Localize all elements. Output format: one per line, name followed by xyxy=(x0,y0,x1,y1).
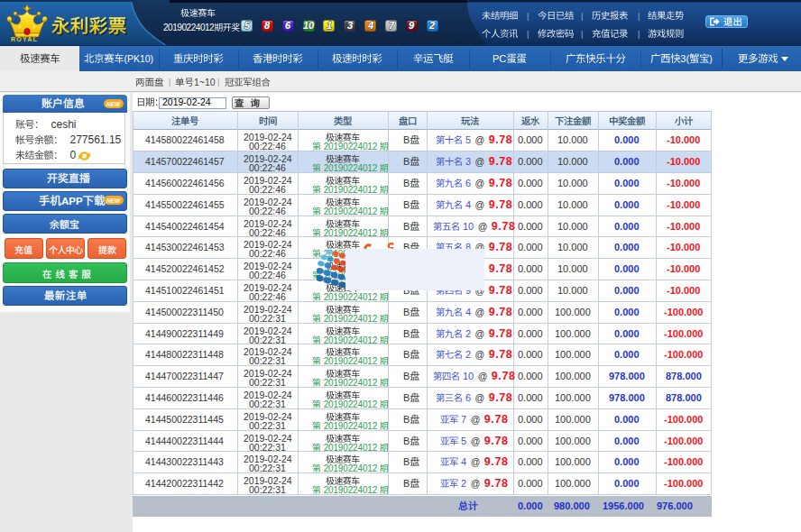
svg-text:-100.000: -100.000 xyxy=(664,349,703,360)
svg-text:9.78: 9.78 xyxy=(488,391,512,404)
svg-text:10.000: 10.000 xyxy=(557,221,588,232)
svg-text:|: | xyxy=(638,12,640,21)
svg-text:-100.000: -100.000 xyxy=(664,436,703,446)
svg-text:0.000: 0.000 xyxy=(614,307,640,317)
svg-text:6: 6 xyxy=(465,392,471,403)
svg-text:2: 2 xyxy=(461,478,466,489)
svg-text:0.000: 0.000 xyxy=(614,263,640,274)
svg-text:100.000: 100.000 xyxy=(555,436,591,446)
svg-text:9.78: 9.78 xyxy=(488,327,512,340)
svg-text:20190224012: 20190224012 xyxy=(321,485,380,495)
svg-text:6: 6 xyxy=(285,20,291,31)
svg-text:9.78: 9.78 xyxy=(488,306,512,318)
svg-text:0.000: 0.000 xyxy=(518,263,543,274)
svg-text:414470022311447: 414470022311447 xyxy=(145,371,224,381)
svg-text:@: @ xyxy=(470,478,480,489)
svg-text:NEW: NEW xyxy=(106,197,121,204)
svg-text:9.78: 9.78 xyxy=(492,220,516,233)
svg-text:0.000: 0.000 xyxy=(614,349,640,360)
svg-text:0.000: 0.000 xyxy=(614,156,640,167)
svg-text:|: | xyxy=(581,30,583,39)
svg-text:10: 10 xyxy=(463,371,474,381)
svg-text:0.000: 0.000 xyxy=(518,349,543,360)
svg-text:0.000: 0.000 xyxy=(614,221,640,232)
svg-text:@: @ xyxy=(474,134,484,145)
svg-text:0.000: 0.000 xyxy=(614,328,640,339)
svg-text:@: @ xyxy=(470,414,480,425)
svg-text:978.000: 978.000 xyxy=(609,371,645,381)
svg-text:0.000: 0.000 xyxy=(518,456,543,467)
svg-text:-10.000: -10.000 xyxy=(667,221,700,232)
svg-text:0.000: 0.000 xyxy=(518,178,543,188)
svg-text:0.000: 0.000 xyxy=(614,478,640,489)
svg-text:100.000: 100.000 xyxy=(555,371,591,381)
svg-text:-10.000: -10.000 xyxy=(667,242,700,252)
svg-text:B: B xyxy=(403,414,410,425)
svg-text:-10.000: -10.000 xyxy=(667,156,700,167)
svg-text:0.000: 0.000 xyxy=(518,371,543,381)
svg-text:10: 10 xyxy=(303,20,315,31)
svg-text:414580022461458: 414580022461458 xyxy=(145,134,225,145)
svg-text:0.000: 0.000 xyxy=(518,242,543,252)
svg-text:878.000: 878.000 xyxy=(666,371,702,381)
svg-text:@: @ xyxy=(477,221,487,232)
svg-text:414550022461455: 414550022461455 xyxy=(145,199,225,210)
svg-text:APP: APP xyxy=(61,196,83,206)
svg-text:9.78: 9.78 xyxy=(492,370,516,382)
svg-text:100.000: 100.000 xyxy=(555,328,591,339)
svg-text:B: B xyxy=(403,178,410,188)
svg-text:0.000: 0.000 xyxy=(614,414,640,425)
svg-text:5: 5 xyxy=(461,436,466,446)
svg-text:@: @ xyxy=(474,392,484,403)
svg-text:2: 2 xyxy=(428,20,435,31)
svg-text:NEW: NEW xyxy=(106,101,121,107)
svg-text:|: | xyxy=(581,12,583,21)
svg-text:-10.000: -10.000 xyxy=(667,134,700,145)
svg-text:414490022311449: 414490022311449 xyxy=(145,328,224,339)
svg-text:@: @ xyxy=(474,349,484,360)
svg-text:2: 2 xyxy=(465,328,471,339)
svg-text:10.000: 10.000 xyxy=(557,156,588,167)
svg-text:0.000: 0.000 xyxy=(518,307,543,317)
svg-text:1~10: 1~10 xyxy=(194,77,216,87)
svg-text:B: B xyxy=(403,436,410,446)
svg-text:9.78: 9.78 xyxy=(488,198,512,211)
svg-text:B: B xyxy=(403,307,410,317)
svg-text:@: @ xyxy=(470,456,480,467)
svg-text:-100.000: -100.000 xyxy=(664,307,703,317)
svg-text:0.000: 0.000 xyxy=(518,328,543,339)
svg-text:414450022311445: 414450022311445 xyxy=(145,414,224,425)
svg-text:|: | xyxy=(638,30,640,39)
svg-text:9.78: 9.78 xyxy=(484,455,509,468)
svg-text:3: 3 xyxy=(465,156,471,167)
svg-text:4: 4 xyxy=(367,20,373,31)
svg-text:0.000: 0.000 xyxy=(614,134,640,145)
svg-text:0.000: 0.000 xyxy=(614,178,640,188)
svg-text:0.000: 0.000 xyxy=(614,199,640,210)
svg-text:-100.000: -100.000 xyxy=(664,414,703,425)
svg-text:7: 7 xyxy=(389,20,395,31)
svg-text:-100.000: -100.000 xyxy=(664,328,703,339)
svg-text:B: B xyxy=(403,392,410,403)
svg-text:100.000: 100.000 xyxy=(555,478,591,489)
svg-text:-10.000: -10.000 xyxy=(667,285,700,296)
svg-text:B: B xyxy=(403,221,410,232)
svg-text:B: B xyxy=(403,349,410,360)
svg-text:100.000: 100.000 xyxy=(555,349,591,360)
svg-text:@: @ xyxy=(474,199,484,210)
svg-text:414460022311446: 414460022311446 xyxy=(145,392,224,403)
svg-text:1956.000: 1956.000 xyxy=(603,500,644,511)
svg-text:10.000: 10.000 xyxy=(557,134,588,145)
svg-text:100.000: 100.000 xyxy=(555,414,591,425)
svg-text:0.000: 0.000 xyxy=(614,456,640,467)
svg-text:3(: 3( xyxy=(680,53,689,64)
svg-text:B: B xyxy=(403,371,410,381)
svg-text:0: 0 xyxy=(70,149,77,161)
svg-text:4: 4 xyxy=(465,199,471,210)
svg-text:B: B xyxy=(403,478,410,489)
svg-text:00:22:31: 00:22:31 xyxy=(249,484,286,495)
svg-text:0.000: 0.000 xyxy=(614,436,640,446)
svg-text:10.000: 10.000 xyxy=(557,199,588,210)
svg-text:-100.000: -100.000 xyxy=(664,478,703,489)
svg-text:100.000: 100.000 xyxy=(555,307,591,317)
